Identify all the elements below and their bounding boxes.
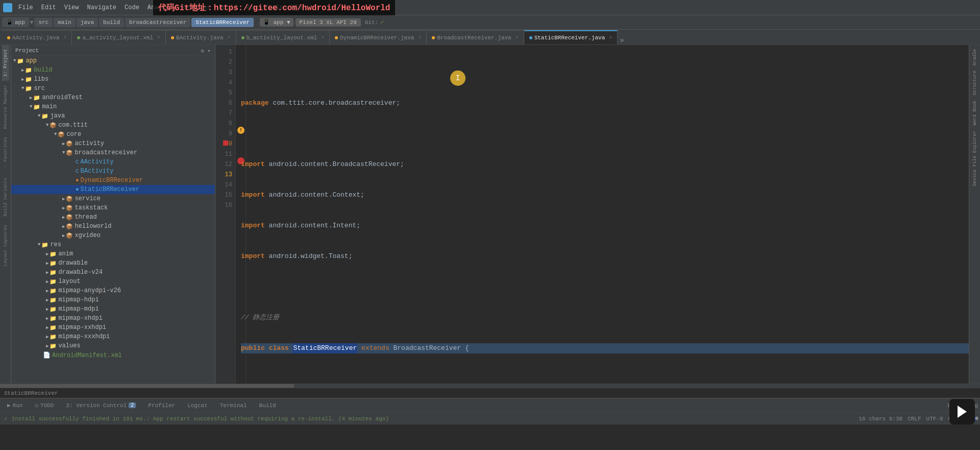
project-tree-header: Project ⚙ ▾ [11, 46, 215, 56]
left-panel: 1: Project Resource Manager ☆ Favorites … [0, 45, 11, 384]
tree-staticbrreceiver-class[interactable]: ● StaticBRReceiver [11, 185, 215, 194]
nav-device[interactable]: 📱 app ▼ [260, 18, 293, 27]
right-tab-wordbook[interactable]: Word Book [971, 99, 978, 128]
tree-main[interactable]: ▼ 📁 main [11, 102, 215, 111]
menu-navigate[interactable]: Navigate [83, 2, 120, 13]
bottom-tab-vcs[interactable]: 2: Version Control 2 [61, 401, 141, 410]
nav-device-name[interactable]: Pixel 3 XL API 29 [296, 18, 361, 27]
bottom-tab-profiler[interactable]: Profiler [143, 401, 180, 410]
bottom-tab-logcat[interactable]: Logcat [182, 401, 213, 410]
tree-mipmap-hdpi[interactable]: ▶ 📁 mipmap-hdpi [11, 295, 215, 304]
tree-aactivity-class[interactable]: C AActivity [11, 157, 215, 167]
menu-code[interactable]: Code [120, 2, 143, 13]
tree-service[interactable]: ▶ 📦 service [11, 194, 215, 203]
right-tab-structure[interactable]: Structure [971, 68, 978, 98]
status-message: Install successfully finished in 191 ms.… [12, 416, 389, 422]
tree-res[interactable]: ▼ 📁 res [11, 240, 215, 249]
code-line-1: package com.ttit.core.broadcastreceiver; [241, 98, 969, 108]
code-line-5: import android.content.Intent; [241, 221, 969, 231]
tree-drawable-v24[interactable]: ▶ 📁 drawable-v24 [11, 268, 215, 277]
tree-bactivity-class[interactable]: C BActivity [11, 167, 215, 176]
tree-src[interactable]: ▼ 📁 src [11, 84, 215, 93]
nav-build[interactable]: build [99, 18, 124, 27]
tab-dynamicbrreceiver[interactable]: DynamicBRReceiver.java × [330, 30, 427, 44]
tab-a-layout[interactable]: a_activity_layout.xml × [72, 30, 166, 44]
menu-edit[interactable]: Edit [37, 2, 60, 13]
tree-mipmap-xxxhdpi[interactable]: ▶ 📁 mipmap-xxxhdpi [11, 332, 215, 341]
code-scrollbar[interactable] [0, 384, 980, 388]
code-gutter: ! [236, 45, 246, 384]
tree-xgvideo[interactable]: ▶ 📦 xgvideo [11, 231, 215, 240]
nav-java[interactable]: java [77, 18, 98, 27]
top-bar: File Edit View Navigate Code Analyze Ref… [0, 0, 980, 15]
menu-view[interactable]: View [60, 2, 83, 13]
tree-build[interactable]: ▶ 📁 build [11, 65, 215, 75]
status-success-icon: ✓ [4, 415, 8, 422]
nav-broadcastreceiver[interactable]: broadcastreceiver [125, 18, 190, 27]
tree-helloworld[interactable]: ▶ 📦 helloworld [11, 222, 215, 231]
code-editor[interactable]: 1 2 3 4 5 6 7 8 9 10 11 12 13 14 15 16 [215, 45, 969, 384]
tab-b-layout[interactable]: b_activity_layout.xml × [236, 30, 330, 44]
tab-overflow[interactable]: » [620, 36, 624, 44]
left-label-project[interactable]: 1: Project [2, 45, 9, 81]
tree-libs[interactable]: ▶ 📁 libs [11, 75, 215, 84]
tree-mipmap-xhdpi[interactable]: ▶ 📁 mipmap-xhdpi [11, 314, 215, 323]
nav-git-check: ✓ [380, 18, 384, 26]
code-body[interactable]: ! package com.ttit.core.broadcastreceive… [236, 45, 969, 384]
file-tabs: AActivity.java × a_activity_layout.xml ×… [0, 30, 980, 45]
right-tab-gradle[interactable]: Gradle [971, 47, 978, 67]
nav-app[interactable]: 📱app [2, 17, 29, 27]
left-label-build-variants[interactable]: Build Variants [2, 174, 9, 221]
video-button[interactable] [949, 399, 975, 424]
tab-bactivity[interactable]: BActivity.java × [166, 30, 236, 44]
tree-mipmap-xxhdpi[interactable]: ▶ 📁 mipmap-xxhdpi [11, 323, 215, 332]
tree-taskstack[interactable]: ▶ 📦 taskstack [11, 203, 215, 212]
tab-staticbrreceiver[interactable]: StaticBRReceiver.java × [524, 30, 618, 44]
status-line-col: 16 chars 9:30 [859, 416, 902, 422]
nav-main[interactable]: main [54, 18, 75, 27]
status-crlf[interactable]: CRLF [908, 416, 921, 422]
nav-src[interactable]: src [34, 18, 53, 27]
tree-values[interactable]: ▶ 📁 values [11, 341, 215, 350]
tree-anim[interactable]: ▶ 📁 anim [11, 249, 215, 258]
bottom-tab-run[interactable]: ▶ Run [2, 400, 28, 410]
menu-file[interactable]: File [14, 2, 37, 13]
tab-close-static[interactable]: × [609, 35, 612, 41]
tab-broadcastreceiver[interactable]: BroadcastReceiver.java × [427, 30, 524, 44]
tab-close-dynamic[interactable]: × [418, 35, 421, 40]
left-label-resource[interactable]: Resource Manager [2, 81, 9, 133]
tree-mipmap-mdpi[interactable]: ▶ 📁 mipmap-mdpi [11, 304, 215, 314]
bottom-tab-todo[interactable]: ☑ TODO [30, 400, 59, 410]
tree-broadcastreceiver[interactable]: ▼ 📦 broadcastreceiver [11, 148, 215, 157]
tab-close-broadcast[interactable]: × [516, 35, 519, 40]
code-content: 1 2 3 4 5 6 7 8 9 10 11 12 13 14 15 16 [215, 45, 969, 384]
play-icon [958, 406, 967, 418]
tree-java[interactable]: ▼ 📁 java [11, 111, 215, 121]
bottom-tab-build[interactable]: Build [254, 401, 281, 410]
nav-git: Git: [365, 19, 378, 26]
tree-dynamicbrreceiver-class[interactable]: ● DynamicBRReceiver [11, 176, 215, 185]
code-line-10 [241, 374, 969, 384]
tree-activity[interactable]: ▶ 📦 activity [11, 139, 215, 148]
tree-drawable[interactable]: ▶ 📁 drawable [11, 258, 215, 268]
tree-androidmanifest[interactable]: 📄 AndroidManifest.xml [11, 350, 215, 360]
tab-aactivity[interactable]: AActivity.java × [2, 30, 72, 44]
tab-close-aactivity[interactable]: × [63, 35, 66, 40]
left-label-favorites[interactable]: ☆ Favorites [2, 133, 9, 174]
nav-staticbrreceiver[interactable]: StaticBRReceiver [191, 18, 254, 27]
tree-comttit[interactable]: ▼ 📦 com.ttit [11, 121, 215, 130]
tree-app[interactable]: ▼ 📁 app [11, 56, 215, 65]
tab-close-blayout[interactable]: × [321, 35, 324, 40]
right-tab-device-file[interactable]: Device File Explorer [971, 129, 978, 188]
tree-mipmap-anydpi[interactable]: ▶ 📁 mipmap-anydpi-v26 [11, 286, 215, 295]
tree-core[interactable]: ▼ 📦 core [11, 130, 215, 139]
tab-close-bactivity[interactable]: × [228, 35, 231, 40]
left-label-layout-captures[interactable]: Layout Captures [2, 221, 9, 270]
tree-layout[interactable]: ▶ 📁 layout [11, 277, 215, 286]
tab-close-alayout[interactable]: × [157, 35, 160, 40]
cursor-tooltip: I [450, 70, 465, 86]
bottom-tab-terminal[interactable]: Terminal [215, 401, 252, 410]
tree-androidtest[interactable]: ▶ 📁 androidTest [11, 93, 215, 102]
tree-thread[interactable]: ▶ 📦 thread [11, 212, 215, 222]
status-charset[interactable]: UTF-8 [926, 416, 943, 422]
